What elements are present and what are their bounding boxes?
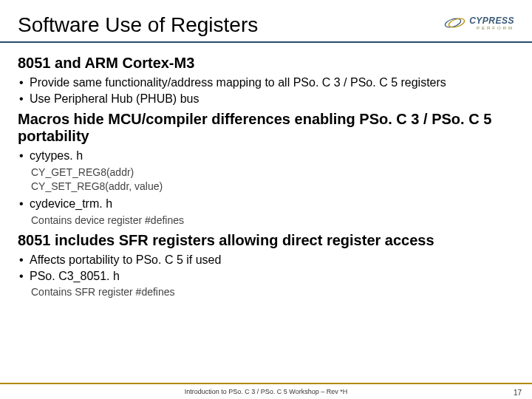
bullet-item: PSo. C3_8051. h (18, 268, 514, 284)
footer-text: Introduction to PSo. C 3 / PSo. C 5 Work… (185, 388, 347, 395)
section-heading: 8051 and ARM Cortex-M3 (18, 55, 514, 72)
svg-point-1 (448, 17, 466, 29)
sub-item: Contains device register #defines (31, 214, 514, 228)
sub-item: CY_GET_REG8(addr) (31, 166, 514, 180)
logo-icon (444, 15, 466, 31)
logo-main: CYPRESS (469, 16, 514, 25)
slide-title: Software Use of Registers (18, 13, 258, 37)
logo-sub: PERFORM (469, 26, 514, 30)
bullet-item: Use Peripheral Hub (PHUB) bus (18, 91, 514, 107)
logo-text: CYPRESS PERFORM (469, 16, 514, 30)
bullet-list: Provide same functionality/address mappi… (18, 75, 514, 106)
bullet-item: cytypes. h (18, 148, 514, 164)
sub-list: Contains SFR register #defines (18, 285, 514, 300)
sub-list: CY_GET_REG8(addr) CY_SET_REG8(addr, valu… (18, 166, 514, 194)
footer: Introduction to PSo. C 3 / PSo. C 5 Work… (0, 383, 532, 399)
bullet-list: Affects portability to PSo. C 5 if used … (18, 252, 514, 284)
bullet-item: cydevice_trm. h (18, 196, 514, 212)
bullet-item: Affects portability to PSo. C 5 if used (18, 252, 514, 268)
content: 8051 and ARM Cortex-M3 Provide same func… (18, 43, 514, 300)
slide: Software Use of Registers CYPRESS PERFOR… (0, 0, 532, 399)
bullet-list: cytypes. h (18, 148, 514, 164)
section-heading: Macros hide MCU/compiler differences ena… (18, 111, 514, 145)
title-row: Software Use of Registers CYPRESS PERFOR… (18, 13, 514, 37)
sub-item: Contains SFR register #defines (31, 285, 514, 300)
section-heading: 8051 includes SFR registers allowing dir… (18, 232, 514, 249)
sub-item: CY_SET_REG8(addr, value) (31, 180, 514, 194)
logo: CYPRESS PERFORM (444, 15, 514, 31)
bullet-item: Provide same functionality/address mappi… (18, 75, 514, 91)
page-number: 17 (514, 389, 522, 397)
sub-list: Contains device register #defines (18, 214, 514, 228)
bullet-list: cydevice_trm. h (18, 196, 514, 212)
